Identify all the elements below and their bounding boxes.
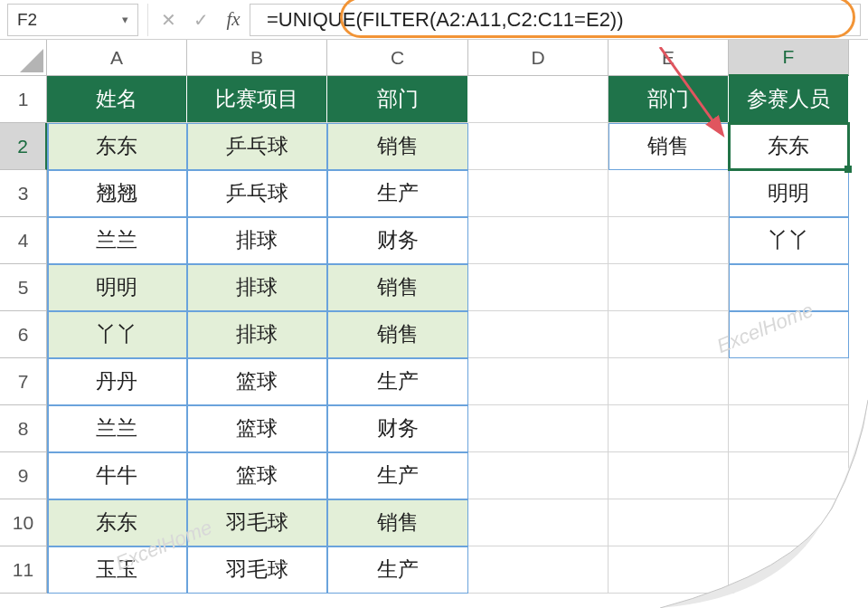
column-headers-row: ABCDEF bbox=[47, 40, 868, 76]
row-header-7[interactable]: 7 bbox=[0, 358, 47, 405]
column-header-F[interactable]: F bbox=[729, 40, 849, 76]
cell-dept[interactable]: 生产 bbox=[327, 170, 468, 217]
cell-dept[interactable]: 生产 bbox=[327, 546, 468, 594]
cell-empty[interactable] bbox=[609, 217, 729, 264]
cell-dept[interactable]: 财务 bbox=[327, 217, 468, 264]
cell-name[interactable]: 兰兰 bbox=[47, 405, 187, 452]
row-header-9[interactable]: 9 bbox=[0, 452, 47, 499]
row-header-10[interactable]: 10 bbox=[0, 499, 47, 546]
formula-seg-1: FILTER bbox=[363, 8, 429, 32]
cell-event[interactable]: 排球 bbox=[187, 264, 327, 311]
cell-event[interactable]: 排球 bbox=[187, 311, 327, 358]
cell-empty[interactable] bbox=[729, 358, 849, 405]
row-header-6[interactable]: 6 bbox=[0, 311, 47, 358]
cell-event[interactable]: 乒乓球 bbox=[187, 170, 327, 217]
column-header-A[interactable]: A bbox=[47, 40, 187, 76]
cell-event[interactable]: 羽毛球 bbox=[187, 546, 327, 594]
cell-empty[interactable] bbox=[729, 264, 849, 311]
row-header-4[interactable]: 4 bbox=[0, 217, 47, 264]
header-cell-event[interactable]: 比赛项目 bbox=[187, 76, 327, 123]
cell-name[interactable]: 翘翘 bbox=[47, 170, 187, 217]
cell-dept[interactable]: 销售 bbox=[327, 264, 468, 311]
cell-name[interactable]: 兰兰 bbox=[47, 217, 187, 264]
cell-empty[interactable] bbox=[468, 170, 609, 217]
cell-active-result[interactable]: 东东 bbox=[729, 123, 849, 170]
cell-empty[interactable] bbox=[609, 264, 729, 311]
cancel-icon[interactable]: ✕ bbox=[152, 4, 184, 36]
formula-input[interactable]: =UNIQUE(FILTER(A2:A11,C2:C11=E2)) bbox=[250, 4, 861, 36]
cell-dept[interactable]: 销售 bbox=[327, 311, 468, 358]
grid: ABCDEF 姓名比赛项目部门部门参赛人员东东乒乓球销售销售东东翘翘乒乓球生产明… bbox=[47, 40, 868, 594]
cell-empty[interactable] bbox=[729, 405, 849, 452]
header-cell-name[interactable]: 姓名 bbox=[47, 76, 187, 123]
cell-empty[interactable] bbox=[729, 311, 849, 358]
cell-event[interactable]: 篮球 bbox=[187, 405, 327, 452]
cell-event[interactable]: 羽毛球 bbox=[187, 499, 327, 546]
cell-empty[interactable] bbox=[468, 405, 609, 452]
cell-empty[interactable] bbox=[468, 123, 609, 170]
confirm-icon[interactable]: ✓ bbox=[184, 4, 217, 36]
cell-spill-result[interactable]: 丫丫 bbox=[729, 217, 849, 264]
cell-event[interactable]: 篮球 bbox=[187, 358, 327, 405]
row-header-2[interactable]: 2 bbox=[0, 123, 47, 170]
header-cell-result[interactable]: 参赛人员 bbox=[729, 76, 849, 123]
cell-dept[interactable]: 销售 bbox=[327, 499, 468, 546]
cell-empty[interactable] bbox=[468, 217, 609, 264]
header-cell-dept[interactable]: 部门 bbox=[327, 76, 468, 123]
worksheet: 1234567891011 ABCDEF 姓名比赛项目部门部门参赛人员东东乒乓球… bbox=[0, 40, 868, 594]
cell-empty[interactable] bbox=[609, 358, 729, 405]
cell-empty[interactable] bbox=[609, 546, 729, 594]
column-header-D[interactable]: D bbox=[468, 40, 609, 76]
column-header-C[interactable]: C bbox=[327, 40, 468, 76]
formula-seg-0: =UNIQUE( bbox=[267, 8, 363, 32]
table-row: 兰兰篮球财务 bbox=[47, 405, 868, 452]
cell-name[interactable]: 东东 bbox=[47, 123, 187, 170]
cell-spill-result[interactable]: 明明 bbox=[729, 170, 849, 217]
dropdown-icon[interactable]: ▾ bbox=[122, 13, 128, 26]
cell-empty[interactable] bbox=[609, 311, 729, 358]
cell-empty[interactable] bbox=[729, 452, 849, 499]
cell-event[interactable]: 篮球 bbox=[187, 452, 327, 499]
cell-empty[interactable] bbox=[468, 264, 609, 311]
cell-name[interactable]: 丹丹 bbox=[47, 358, 187, 405]
row-header-5[interactable]: 5 bbox=[0, 264, 47, 311]
select-all-button[interactable] bbox=[0, 40, 47, 76]
cell-dept[interactable]: 销售 bbox=[327, 123, 468, 170]
cell-empty[interactable] bbox=[468, 452, 609, 499]
cell-empty[interactable] bbox=[468, 546, 609, 594]
cell-name[interactable]: 牛牛 bbox=[47, 452, 187, 499]
cell-dept[interactable]: 财务 bbox=[327, 405, 468, 452]
cell-event[interactable]: 乒乓球 bbox=[187, 123, 327, 170]
cell-empty[interactable] bbox=[468, 499, 609, 546]
cell-empty[interactable] bbox=[468, 358, 609, 405]
cell-empty[interactable] bbox=[609, 452, 729, 499]
row-header-3[interactable]: 3 bbox=[0, 170, 47, 217]
cell-empty[interactable] bbox=[468, 311, 609, 358]
cell-dept[interactable]: 生产 bbox=[327, 452, 468, 499]
table-row: 丹丹篮球生产 bbox=[47, 358, 868, 405]
row-header-8[interactable]: 8 bbox=[0, 405, 47, 452]
cell-event[interactable]: 排球 bbox=[187, 217, 327, 264]
cell-name[interactable]: 明明 bbox=[47, 264, 187, 311]
table-row: 姓名比赛项目部门部门参赛人员 bbox=[47, 76, 868, 123]
column-header-B[interactable]: B bbox=[187, 40, 327, 76]
fx-icon[interactable]: fx bbox=[217, 4, 250, 36]
formula-bar-row: F2 ▾ ✕ ✓ fx =UNIQUE(FILTER(A2:A11,C2:C11… bbox=[0, 0, 868, 40]
table-row: 玉玉羽毛球生产 bbox=[47, 546, 868, 594]
cell-empty[interactable] bbox=[729, 499, 849, 546]
cell-empty[interactable] bbox=[468, 76, 609, 123]
row-header-11[interactable]: 11 bbox=[0, 546, 47, 594]
cell-name[interactable]: 丫丫 bbox=[47, 311, 187, 358]
cell-name[interactable]: 东东 bbox=[47, 499, 187, 546]
cell-lookup-value[interactable]: 销售 bbox=[609, 123, 729, 170]
cell-empty[interactable] bbox=[729, 546, 849, 594]
cell-empty[interactable] bbox=[609, 405, 729, 452]
column-header-E[interactable]: E bbox=[609, 40, 729, 76]
cell-dept[interactable]: 生产 bbox=[327, 358, 468, 405]
name-box[interactable]: F2 ▾ bbox=[7, 4, 138, 36]
cell-empty[interactable] bbox=[609, 170, 729, 217]
cell-empty[interactable] bbox=[609, 499, 729, 546]
header-cell-lookup-dept[interactable]: 部门 bbox=[609, 76, 729, 123]
row-header-1[interactable]: 1 bbox=[0, 76, 47, 123]
cell-name[interactable]: 玉玉 bbox=[47, 546, 187, 594]
